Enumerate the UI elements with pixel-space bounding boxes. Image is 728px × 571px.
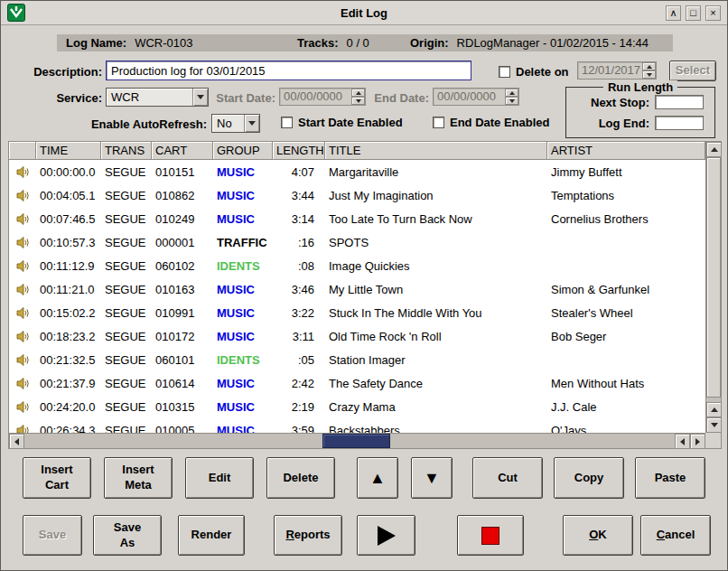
shade-button[interactable]: ∧ [666,5,681,21]
log-end-input[interactable] [655,116,704,130]
cell-cart: 000001 [152,236,213,249]
horizontal-scrollbar[interactable] [9,433,705,448]
render-button[interactable]: Render [178,515,245,556]
column-header-time[interactable]: TIME [36,142,101,160]
delete-button[interactable]: Delete [266,457,335,499]
service-combo[interactable]: WCR [106,88,209,107]
cell-trans: SEGUE [101,400,152,414]
cell-cart: 010151 [152,165,213,179]
spin-down-icon[interactable] [351,97,365,105]
table-row[interactable]: 00:24:20.0SEGUE010315MUSIC2:19Crazy Mama… [9,395,705,418]
run-length-title: Run Length [603,80,677,94]
tracks-value: 0 / 0 [347,34,369,51]
spin-down-icon[interactable] [642,70,656,79]
speaker-icon [9,284,36,295]
start-date-enabled-checkbox[interactable] [281,117,293,128]
move-up-button[interactable]: ▲ [357,457,398,499]
autorefresh-combo[interactable]: No [211,114,260,133]
ok-button[interactable]: OK [563,515,633,556]
reports-button[interactable]: Reports [274,515,342,556]
cell-title: The Safety Dance [325,377,547,390]
scroll-up-button[interactable] [706,142,722,157]
edit-button[interactable]: Edit [185,457,254,499]
column-header-icon[interactable] [9,142,36,160]
move-down-button[interactable]: ▼ [411,457,453,499]
copy-button[interactable]: Copy [554,457,624,499]
spin-up-icon[interactable] [642,62,656,70]
table-row[interactable]: 00:00:00.0SEGUE010151MUSIC4:07Margaritav… [9,160,705,183]
scroll-left-button[interactable] [9,434,24,449]
end-date-field[interactable]: 00/00/0000 [433,88,519,106]
table-row[interactable]: 00:07:46.5SEGUE010249MUSIC3:14Too Late T… [9,207,705,230]
log-name-value: WCR-0103 [135,34,192,51]
column-header-title[interactable]: TITLE [325,142,547,160]
cancel-button[interactable]: Cancel [640,515,711,556]
info-band: Log Name: WCR-0103 Tracks: 0 / 0 Origin:… [57,34,673,51]
spin-down-icon[interactable] [505,97,518,105]
vertical-scroll-thumb[interactable] [706,157,721,398]
cell-length: 3:44 [273,189,325,202]
table-row[interactable]: 00:10:57.3SEGUE000001TRAFFIC:16SPOTS [9,230,705,254]
horizontal-scroll-thumb[interactable] [322,434,390,448]
cell-group: MUSIC [213,165,273,179]
cell-trans: SEGUE [101,353,152,367]
save-as-button[interactable]: Save As [93,515,162,556]
speaker-icon [9,331,36,342]
cell-group: MUSIC [213,189,273,202]
scroll-right-button[interactable] [690,434,705,449]
end-date-label: End Date: [371,91,429,105]
cell-cart: 060101 [152,353,213,367]
next-stop-input[interactable] [655,95,704,109]
column-header-length[interactable]: LENGTH [273,142,325,160]
maximize-button[interactable]: □ [686,5,701,21]
play-button[interactable] [357,515,415,556]
column-header-group[interactable]: GROUP [213,142,273,160]
save-button[interactable]: Save [23,515,82,556]
delete-date-field[interactable]: 12/01/2017 [577,61,657,80]
start-date-field[interactable]: 00/00/0000 [279,88,366,106]
cell-length: :05 [273,353,325,367]
table-row[interactable]: 00:11:21.0SEGUE010163MUSIC3:46My Little … [9,277,705,301]
table-row[interactable]: 00:18:23.2SEGUE010172MUSIC3:11Old Time R… [9,324,705,348]
insert-cart-button[interactable]: Insert Cart [23,457,91,499]
cell-time: 00:24:20.0 [36,400,101,414]
column-header-trans[interactable]: TRANS [101,142,152,160]
cut-button[interactable]: Cut [472,457,543,499]
scroll-down-button[interactable] [706,417,722,433]
table-row[interactable]: 00:11:12.9SEGUE060102IDENTS:08Image Quic… [9,254,705,277]
stop-button[interactable] [457,515,524,556]
delete-on-checkbox[interactable] [499,66,510,78]
paste-button[interactable]: Paste [635,457,705,499]
column-header-artist[interactable]: ARTIST [547,142,705,160]
spin-up-icon[interactable] [505,89,518,97]
scroll-left-button-right[interactable] [675,434,690,449]
table-row[interactable]: 00:26:34.3SEGUE010005MUSIC3:59Backstabbe… [9,418,705,433]
cell-length: 2:19 [273,400,325,414]
cell-cart: 010991 [152,306,213,320]
select-button[interactable]: Select [669,61,716,81]
cell-group: MUSIC [213,212,273,226]
cell-cart: 010614 [152,377,213,390]
column-header-cart[interactable]: CART [152,142,213,160]
log-table-body: 00:00:00.0SEGUE010151MUSIC4:07Margaritav… [9,160,705,433]
table-row[interactable]: 00:21:37.9SEGUE010614MUSIC2:42The Safety… [9,371,705,395]
description-input[interactable] [106,61,471,80]
cell-group: MUSIC [213,330,273,343]
cell-trans: SEGUE [101,377,152,390]
insert-meta-button[interactable]: Insert Meta [104,457,173,499]
end-date-enabled-checkbox[interactable] [433,117,444,128]
vertical-scrollbar[interactable] [705,142,721,433]
cell-time: 00:21:37.9 [36,377,101,390]
cell-time: 00:21:32.5 [36,353,101,367]
table-row[interactable]: 00:21:32.5SEGUE060101IDENTS:05Station Im… [9,348,705,371]
cell-length: :16 [273,236,325,249]
table-row[interactable]: 00:15:02.2SEGUE010991MUSIC3:22Stuck In T… [9,301,705,324]
service-label: Service: [8,91,102,105]
next-stop-label: Next Stop: [591,96,649,109]
scroll-up-button-bottom[interactable] [706,402,722,417]
cell-title: Backstabbers [325,424,547,434]
spin-up-icon[interactable] [351,89,365,97]
cell-cart: 010163 [152,283,213,296]
table-row[interactable]: 00:04:05.1SEGUE010862MUSIC3:44Just My Im… [9,183,705,207]
close-button[interactable]: × [705,5,721,21]
